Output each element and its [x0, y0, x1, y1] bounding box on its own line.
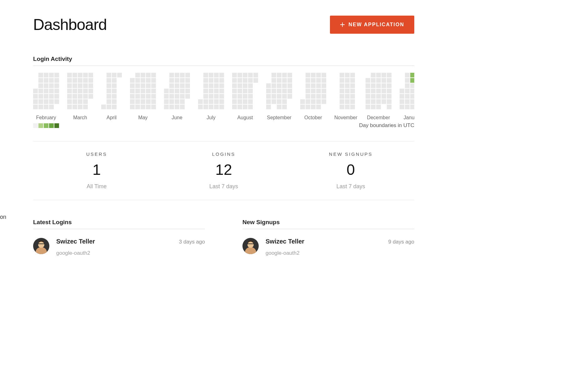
heatmap-day-cell	[88, 89, 93, 93]
heatmap-day-cell	[38, 83, 43, 88]
heatmap-day-cell	[345, 73, 350, 77]
heatmap-day-cell	[141, 94, 145, 99]
heatmap-day-cell	[44, 73, 48, 77]
login-activity-section: Login Activity FebruaryMarchAprilMayJune…	[33, 56, 414, 129]
heatmap-day-cell	[381, 89, 386, 93]
signup-entry[interactable]: Swizec Teller 9 days ago google-oauth2	[242, 236, 414, 256]
heatmap-day-cell	[67, 73, 72, 77]
heatmap-day-cell	[180, 83, 185, 88]
heatmap-day-cell	[340, 94, 344, 99]
heatmap-day-cell	[175, 78, 179, 83]
heatmap-day-cell	[209, 99, 213, 104]
heatmap-day-cell	[316, 78, 321, 83]
heatmap-day-cell	[209, 89, 213, 93]
heatmap-day-cell	[88, 73, 93, 77]
heatmap-day-cell	[151, 94, 156, 99]
heatmap-day-cell	[78, 73, 82, 77]
heatmap-day-cell	[214, 78, 219, 83]
heatmap-day-cell	[185, 89, 190, 93]
stat-value: 0	[287, 161, 414, 178]
heatmap-day-cell	[405, 94, 410, 99]
heatmap-day-cell	[49, 89, 54, 93]
heatmap-day-cell	[321, 94, 326, 99]
heatmap-day-cell	[175, 94, 179, 99]
stat-value: 1	[33, 161, 160, 178]
heatmap-day-cell	[243, 94, 247, 99]
heatmap-day-cell	[54, 73, 59, 77]
heatmap-day-cell	[219, 83, 224, 88]
heatmap-day-cell	[151, 105, 156, 109]
heatmap-day-cell	[101, 94, 106, 99]
heatmap-day-cell	[405, 73, 410, 77]
heatmap-day-cell	[321, 99, 326, 104]
heatmap-day-cell	[243, 105, 247, 109]
month-label: February	[33, 115, 59, 121]
heatmap-day-cell	[345, 94, 350, 99]
heatmap-day-cell	[135, 83, 140, 88]
heatmap-day-cell	[334, 89, 339, 93]
page-header: Dashboard NEW APPLICATION	[33, 16, 414, 34]
heatmap-day-cell	[185, 83, 190, 88]
heatmap-day-cell	[33, 99, 38, 104]
heatmap-day-cell	[272, 89, 276, 93]
heatmap-day-cell	[376, 105, 381, 109]
heatmap-day-cell	[54, 105, 59, 109]
heatmap-day-cell	[282, 105, 287, 109]
heatmap-day-cell	[237, 83, 242, 88]
heatmap-day-cell	[321, 105, 326, 109]
avatar	[33, 238, 49, 254]
heatmap-day-cell	[130, 78, 135, 83]
heatmap-day-cell	[400, 99, 404, 104]
heatmap-day-cell	[49, 94, 54, 99]
heatmap-day-cell	[83, 78, 88, 83]
heatmap-day-cell	[405, 105, 410, 109]
heatmap-day-cell	[316, 99, 321, 104]
heatmap-day-cell	[38, 89, 43, 93]
heatmap-day-cell	[410, 89, 414, 93]
heatmap-day-cell	[306, 83, 310, 88]
heatmap-day-cell	[272, 73, 276, 77]
heatmap-day-cell	[272, 99, 276, 104]
heatmap-day-cell	[117, 105, 122, 109]
heatmap-day-cell	[350, 73, 355, 77]
heatmap-day-cell	[112, 99, 117, 104]
heatmap-day-cell	[410, 78, 414, 83]
login-entry[interactable]: Swizec Teller 3 days ago google-oauth2	[33, 236, 205, 256]
heatmap-day-cell	[38, 94, 43, 99]
heatmap-day-cell	[180, 78, 185, 83]
heatmap-day-cell	[112, 94, 117, 99]
heatmap-day-cell	[311, 73, 316, 77]
heatmap-day-cell	[350, 78, 355, 83]
heatmap-day-cell	[387, 73, 391, 77]
heatmap-day-cell	[107, 89, 111, 93]
heatmap-day-cell	[316, 105, 321, 109]
heatmap-day-cell	[400, 89, 404, 93]
heatmap-day-cell	[67, 89, 72, 93]
heatmap-day-cell	[203, 78, 208, 83]
heatmap-day-cell	[88, 83, 93, 88]
heatmap-day-cell	[175, 83, 179, 88]
heatmap-day-cell	[334, 94, 339, 99]
heatmap-day-cell	[209, 73, 213, 77]
new-application-button[interactable]: NEW APPLICATION	[330, 16, 414, 34]
month-label: September	[266, 115, 292, 121]
heatmap-day-cell	[214, 83, 219, 88]
heatmap-day-cell	[277, 89, 282, 93]
heatmap-day-cell	[38, 105, 43, 109]
login-time: 3 days ago	[179, 239, 205, 245]
heatmap-day-cell	[345, 105, 350, 109]
heatmap-day-cell	[67, 78, 72, 83]
heatmap-day-cell	[112, 78, 117, 83]
heatmap-day-cell	[175, 105, 179, 109]
heatmap-day-cell	[83, 83, 88, 88]
heatmap-day-cell	[67, 83, 72, 88]
heatmap-day-cell	[237, 105, 242, 109]
heatmap-day-cell	[185, 99, 190, 104]
heatmap-day-cell	[107, 78, 111, 83]
heatmap-day-cell	[44, 83, 48, 88]
heatmap-day-cell	[232, 83, 237, 88]
heatmap-day-cell	[272, 83, 276, 88]
heatmap-day-cell	[88, 105, 93, 109]
heatmap-day-cell	[376, 89, 381, 93]
heatmap-day-cell	[381, 105, 386, 109]
